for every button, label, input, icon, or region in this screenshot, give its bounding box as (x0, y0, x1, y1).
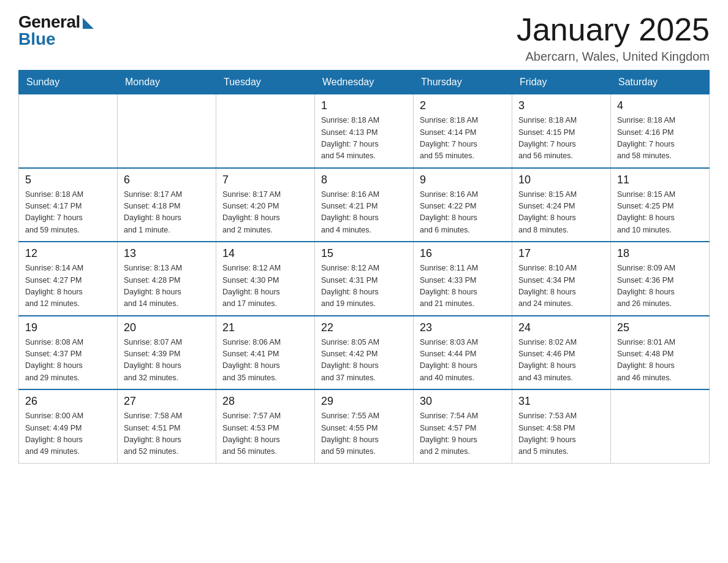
day-number: 24 (518, 321, 604, 334)
day-number: 16 (420, 247, 506, 260)
calendar-cell: 18Sunrise: 8:09 AMSunset: 4:36 PMDayligh… (611, 242, 710, 316)
calendar-cell: 28Sunrise: 7:57 AMSunset: 4:53 PMDayligh… (216, 389, 315, 463)
day-info: Sunrise: 7:53 AMSunset: 4:58 PMDaylight:… (518, 410, 604, 458)
calendar-cell: 25Sunrise: 8:01 AMSunset: 4:48 PMDayligh… (611, 316, 710, 390)
day-info: Sunrise: 8:14 AMSunset: 4:27 PMDaylight:… (25, 262, 111, 310)
calendar-cell: 3Sunrise: 8:18 AMSunset: 4:15 PMDaylight… (512, 94, 611, 168)
day-number: 11 (617, 174, 703, 186)
day-info: Sunrise: 8:08 AMSunset: 4:37 PMDaylight:… (25, 337, 111, 385)
day-number: 27 (124, 395, 210, 408)
calendar-cell: 7Sunrise: 8:17 AMSunset: 4:20 PMDaylight… (216, 168, 315, 242)
calendar-cell: 12Sunrise: 8:14 AMSunset: 4:27 PMDayligh… (19, 242, 118, 316)
day-info: Sunrise: 8:18 AMSunset: 4:13 PMDaylight:… (321, 115, 407, 163)
week-row-3: 12Sunrise: 8:14 AMSunset: 4:27 PMDayligh… (19, 242, 710, 316)
day-number: 12 (25, 247, 111, 260)
day-info: Sunrise: 8:13 AMSunset: 4:28 PMDaylight:… (124, 262, 210, 310)
col-header-monday: Monday (118, 71, 216, 94)
calendar-cell: 5Sunrise: 8:18 AMSunset: 4:17 PMDaylight… (19, 168, 118, 242)
calendar-cell: 4Sunrise: 8:18 AMSunset: 4:16 PMDaylight… (611, 94, 710, 168)
day-info: Sunrise: 8:09 AMSunset: 4:36 PMDaylight:… (617, 262, 703, 310)
day-number: 19 (25, 321, 111, 334)
day-info: Sunrise: 7:55 AMSunset: 4:55 PMDaylight:… (321, 410, 407, 458)
day-info: Sunrise: 8:12 AMSunset: 4:30 PMDaylight:… (222, 262, 308, 310)
calendar-cell: 24Sunrise: 8:02 AMSunset: 4:46 PMDayligh… (512, 316, 611, 390)
day-number: 8 (321, 174, 407, 186)
day-info: Sunrise: 8:11 AMSunset: 4:33 PMDaylight:… (420, 262, 506, 310)
logo-triangle-icon (83, 18, 94, 29)
day-number: 7 (222, 174, 308, 186)
day-number: 14 (222, 247, 308, 260)
day-number: 1 (321, 99, 407, 112)
title-section: January 2025 Abercarn, Wales, United Kin… (517, 12, 710, 64)
week-row-5: 26Sunrise: 8:00 AMSunset: 4:49 PMDayligh… (19, 389, 710, 463)
calendar-cell (118, 94, 216, 168)
col-header-tuesday: Tuesday (216, 71, 315, 94)
day-number: 15 (321, 247, 407, 260)
day-number: 28 (222, 395, 308, 408)
day-info: Sunrise: 8:15 AMSunset: 4:25 PMDaylight:… (617, 189, 703, 237)
calendar-cell: 6Sunrise: 8:17 AMSunset: 4:18 PMDaylight… (118, 168, 216, 242)
week-row-2: 5Sunrise: 8:18 AMSunset: 4:17 PMDaylight… (19, 168, 710, 242)
calendar-cell: 26Sunrise: 8:00 AMSunset: 4:49 PMDayligh… (19, 389, 118, 463)
day-number: 29 (321, 395, 407, 408)
day-number: 5 (25, 174, 111, 186)
day-info: Sunrise: 8:18 AMSunset: 4:15 PMDaylight:… (518, 115, 604, 163)
calendar-cell: 19Sunrise: 8:08 AMSunset: 4:37 PMDayligh… (19, 316, 118, 390)
calendar-cell: 9Sunrise: 8:16 AMSunset: 4:22 PMDaylight… (414, 168, 512, 242)
day-info: Sunrise: 8:10 AMSunset: 4:34 PMDaylight:… (518, 262, 604, 310)
calendar-cell: 11Sunrise: 8:15 AMSunset: 4:25 PMDayligh… (611, 168, 710, 242)
location-text: Abercarn, Wales, United Kingdom (517, 50, 710, 64)
day-number: 13 (124, 247, 210, 260)
day-number: 3 (518, 99, 604, 112)
day-number: 17 (518, 247, 604, 260)
calendar-cell: 2Sunrise: 8:18 AMSunset: 4:14 PMDaylight… (414, 94, 512, 168)
day-info: Sunrise: 8:02 AMSunset: 4:46 PMDaylight:… (518, 337, 604, 385)
day-info: Sunrise: 8:12 AMSunset: 4:31 PMDaylight:… (321, 262, 407, 310)
col-header-sunday: Sunday (19, 71, 118, 94)
day-info: Sunrise: 8:18 AMSunset: 4:16 PMDaylight:… (617, 115, 703, 163)
day-info: Sunrise: 8:15 AMSunset: 4:24 PMDaylight:… (518, 189, 604, 237)
day-number: 22 (321, 321, 407, 334)
day-number: 21 (222, 321, 308, 334)
calendar-cell: 20Sunrise: 8:07 AMSunset: 4:39 PMDayligh… (118, 316, 216, 390)
day-number: 4 (617, 99, 703, 112)
day-info: Sunrise: 8:16 AMSunset: 4:22 PMDaylight:… (420, 189, 506, 237)
day-number: 18 (617, 247, 703, 260)
calendar-cell: 13Sunrise: 8:13 AMSunset: 4:28 PMDayligh… (118, 242, 216, 316)
calendar-cell: 8Sunrise: 8:16 AMSunset: 4:21 PMDaylight… (315, 168, 414, 242)
day-number: 10 (518, 174, 604, 186)
day-info: Sunrise: 8:07 AMSunset: 4:39 PMDaylight:… (124, 337, 210, 385)
month-title: January 2025 (517, 12, 710, 47)
day-number: 9 (420, 174, 506, 186)
col-header-friday: Friday (512, 71, 611, 94)
col-header-wednesday: Wednesday (315, 71, 414, 94)
week-row-1: 1Sunrise: 8:18 AMSunset: 4:13 PMDaylight… (19, 94, 710, 168)
col-header-saturday: Saturday (611, 71, 710, 94)
calendar-cell: 22Sunrise: 8:05 AMSunset: 4:42 PMDayligh… (315, 316, 414, 390)
day-info: Sunrise: 7:58 AMSunset: 4:51 PMDaylight:… (124, 410, 210, 458)
day-info: Sunrise: 8:18 AMSunset: 4:14 PMDaylight:… (420, 115, 506, 163)
calendar-cell: 16Sunrise: 8:11 AMSunset: 4:33 PMDayligh… (414, 242, 512, 316)
calendar-table: SundayMondayTuesdayWednesdayThursdayFrid… (18, 70, 710, 464)
day-info: Sunrise: 8:17 AMSunset: 4:18 PMDaylight:… (124, 189, 210, 237)
day-info: Sunrise: 8:16 AMSunset: 4:21 PMDaylight:… (321, 189, 407, 237)
calendar-cell: 30Sunrise: 7:54 AMSunset: 4:57 PMDayligh… (414, 389, 512, 463)
day-info: Sunrise: 7:54 AMSunset: 4:57 PMDaylight:… (420, 410, 506, 458)
day-info: Sunrise: 8:00 AMSunset: 4:49 PMDaylight:… (25, 410, 111, 458)
day-info: Sunrise: 7:57 AMSunset: 4:53 PMDaylight:… (222, 410, 308, 458)
calendar-cell: 27Sunrise: 7:58 AMSunset: 4:51 PMDayligh… (118, 389, 216, 463)
day-info: Sunrise: 8:03 AMSunset: 4:44 PMDaylight:… (420, 337, 506, 385)
day-info: Sunrise: 8:17 AMSunset: 4:20 PMDaylight:… (222, 189, 308, 237)
calendar-cell: 10Sunrise: 8:15 AMSunset: 4:24 PMDayligh… (512, 168, 611, 242)
calendar-cell: 14Sunrise: 8:12 AMSunset: 4:30 PMDayligh… (216, 242, 315, 316)
calendar-cell (216, 94, 315, 168)
calendar-cell: 29Sunrise: 7:55 AMSunset: 4:55 PMDayligh… (315, 389, 414, 463)
calendar-cell: 1Sunrise: 8:18 AMSunset: 4:13 PMDaylight… (315, 94, 414, 168)
day-number: 26 (25, 395, 111, 408)
day-number: 30 (420, 395, 506, 408)
calendar-cell: 23Sunrise: 8:03 AMSunset: 4:44 PMDayligh… (414, 316, 512, 390)
day-info: Sunrise: 8:05 AMSunset: 4:42 PMDaylight:… (321, 337, 407, 385)
day-number: 6 (124, 174, 210, 186)
calendar-cell (611, 389, 710, 463)
calendar-cell: 15Sunrise: 8:12 AMSunset: 4:31 PMDayligh… (315, 242, 414, 316)
